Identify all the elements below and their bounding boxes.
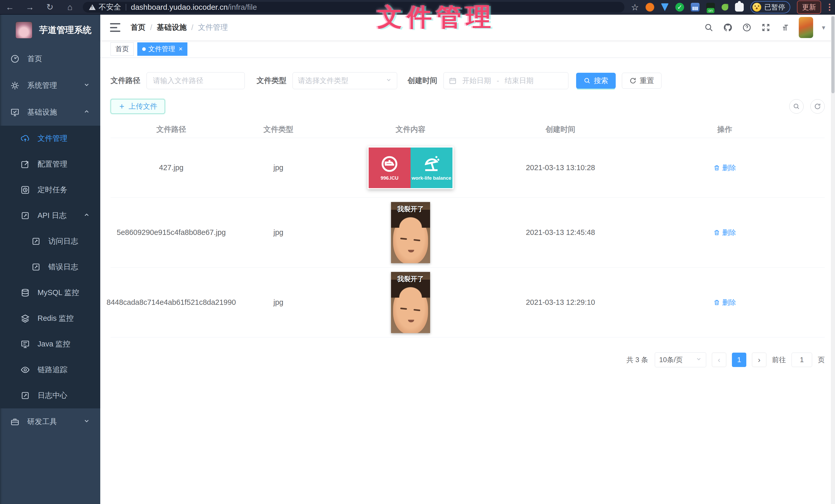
sidebar-item-access-log[interactable]: 访问日志: [0, 229, 100, 254]
eye-icon: [21, 365, 30, 375]
sidebar-menu: 首页 系统管理 基础设施 文件管理: [0, 45, 100, 435]
tag-close-icon[interactable]: ×: [179, 45, 183, 53]
user-menu-caret-icon[interactable]: ▾: [822, 24, 825, 31]
sidebar-item-log-center[interactable]: 日志中心: [0, 383, 100, 408]
security-warning-icon[interactable]: [89, 4, 96, 10]
profile-paused-pill[interactable]: 已暂停: [750, 1, 790, 13]
sidebar-item-system[interactable]: 系统管理: [0, 72, 100, 99]
breadcrumb-home[interactable]: 首页: [130, 22, 145, 33]
browser-reload-icon[interactable]: ↻: [45, 2, 55, 12]
sidebar-item-error-log[interactable]: 错误日志: [0, 254, 100, 280]
file-preview-image[interactable]: 我裂开了: [391, 202, 430, 263]
browser-menu-icon[interactable]: [829, 4, 830, 11]
security-label: 不安全: [99, 2, 121, 12]
file-path-input[interactable]: [146, 72, 245, 89]
extension-on-icon[interactable]: [706, 3, 715, 12]
file-type-select[interactable]: 请选择文件类型: [292, 72, 397, 89]
reset-button[interactable]: 重置: [622, 73, 661, 89]
extension-icon[interactable]: [691, 3, 699, 12]
chevron-down-icon: [386, 77, 392, 85]
upload-file-button[interactable]: 上传文件: [110, 99, 165, 114]
create-time-cell: 2021-03-13 13:10:28: [496, 160, 625, 175]
delete-button[interactable]: 删除: [713, 163, 736, 172]
create-time-cell: 2021-03-13 12:45:48: [496, 225, 625, 240]
github-icon[interactable]: [722, 22, 733, 33]
sidebar-item-trace[interactable]: 链路追踪: [0, 357, 100, 383]
page-unit-label: 页: [818, 355, 825, 364]
timer-icon: [21, 185, 30, 194]
screen-icon: [21, 339, 30, 349]
goto-label: 前往: [772, 355, 786, 364]
extensions-puzzle-icon[interactable]: [735, 3, 744, 12]
page-number-button[interactable]: 1: [732, 353, 746, 367]
sidebar-item-redis-monitor[interactable]: Redis 监控: [0, 306, 100, 331]
file-table: 文件路径 文件类型 文件内容 创建时间 操作 427.jpg jpg 996.I…: [110, 121, 825, 337]
browser-update-button[interactable]: 更新: [797, 1, 821, 14]
file-type-label: 文件类型: [257, 76, 286, 86]
divider: [126, 4, 126, 10]
sidebar-item-dev-tools[interactable]: 研发工具: [0, 408, 100, 435]
dashboard-icon: [10, 54, 20, 63]
sidebar-item-scheduled-tasks[interactable]: 定时任务: [0, 177, 100, 203]
total-count: 共 3 条: [627, 355, 648, 364]
breadcrumb-infrastructure[interactable]: 基础设施: [157, 22, 187, 33]
file-preview-image[interactable]: 我裂开了: [391, 272, 430, 333]
browser-back-icon[interactable]: ←: [5, 2, 15, 12]
scrollbar[interactable]: [831, 15, 835, 504]
url-path: /infra/file: [228, 3, 257, 12]
sidebar-item-mysql-monitor[interactable]: MySQL 监控: [0, 280, 100, 306]
font-size-icon[interactable]: [780, 22, 790, 33]
sidebar-item-home[interactable]: 首页: [0, 45, 100, 72]
help-icon[interactable]: [742, 22, 752, 33]
trash-icon: [713, 165, 720, 171]
file-preview-image[interactable]: 996.ICU work-life balance: [368, 147, 453, 189]
chevron-up-icon: [83, 108, 90, 117]
file-path-label: 文件路径: [110, 76, 140, 86]
refresh-icon: [629, 77, 636, 84]
sidebar-toggle-icon[interactable]: [110, 23, 120, 32]
tag-file-manage[interactable]: 文件管理 ×: [137, 42, 187, 56]
plus-icon: [118, 103, 125, 110]
breadcrumb: 首页 / 基础设施 / 文件管理: [130, 22, 228, 33]
sidebar-submenu-infrastructure: 文件管理 配置管理 定时任务 API 日志: [0, 126, 100, 408]
sidebar-item-java-monitor[interactable]: Java 监控: [0, 331, 100, 357]
next-page-button[interactable]: ›: [752, 353, 766, 367]
address-bar[interactable]: 不安全 dashboard.yudao.iocoder.cn /infra/fi…: [83, 2, 625, 13]
browser-forward-icon[interactable]: →: [25, 2, 35, 12]
edit-square-icon: [21, 160, 30, 169]
browser-home-icon[interactable]: ⌂: [65, 2, 75, 12]
document-pencil-icon: [21, 211, 30, 220]
date-range-picker[interactable]: 开始日期 - 结束日期: [444, 72, 568, 89]
extension-icon[interactable]: [646, 3, 654, 12]
delete-button[interactable]: 删除: [713, 228, 736, 237]
create-time-cell: 2021-03-13 12:29:10: [496, 295, 625, 310]
search-button[interactable]: 搜索: [576, 73, 616, 89]
document-pencil-icon: [32, 237, 41, 246]
sidebar-logo[interactable]: 芋道管理系统: [0, 15, 100, 45]
user-avatar[interactable]: [799, 17, 813, 38]
toggle-search-button[interactable]: [789, 99, 803, 113]
trash-icon: [713, 299, 720, 306]
delete-button[interactable]: 删除: [713, 298, 736, 307]
logo-avatar: [16, 22, 33, 39]
search-icon[interactable]: [704, 22, 714, 33]
goto-page-input[interactable]: [792, 353, 812, 367]
file-type-cell: jpg: [232, 295, 325, 310]
tag-home[interactable]: 首页: [110, 42, 134, 56]
profile-emoji-icon: [752, 3, 761, 12]
prev-page-button[interactable]: ‹: [712, 353, 726, 367]
sidebar-item-infrastructure[interactable]: 基础设施: [0, 99, 100, 126]
fullscreen-icon[interactable]: [761, 22, 771, 33]
page-size-select[interactable]: 10条/页: [655, 352, 706, 367]
bookmark-star-icon[interactable]: ☆: [631, 2, 639, 12]
extension-icon[interactable]: [675, 3, 684, 12]
refresh-button[interactable]: [810, 99, 825, 113]
sidebar-item-config-manage[interactable]: 配置管理: [0, 151, 100, 177]
scrollbar-thumb[interactable]: [831, 16, 834, 93]
extension-leaf-icon[interactable]: [721, 4, 728, 10]
cloud-upload-icon: [21, 134, 30, 143]
extension-icon[interactable]: [661, 3, 669, 11]
create-time-label: 创建时间: [407, 76, 437, 86]
sidebar-item-file-manage[interactable]: 文件管理: [0, 126, 100, 151]
sidebar-item-api-log[interactable]: API 日志: [0, 203, 100, 229]
